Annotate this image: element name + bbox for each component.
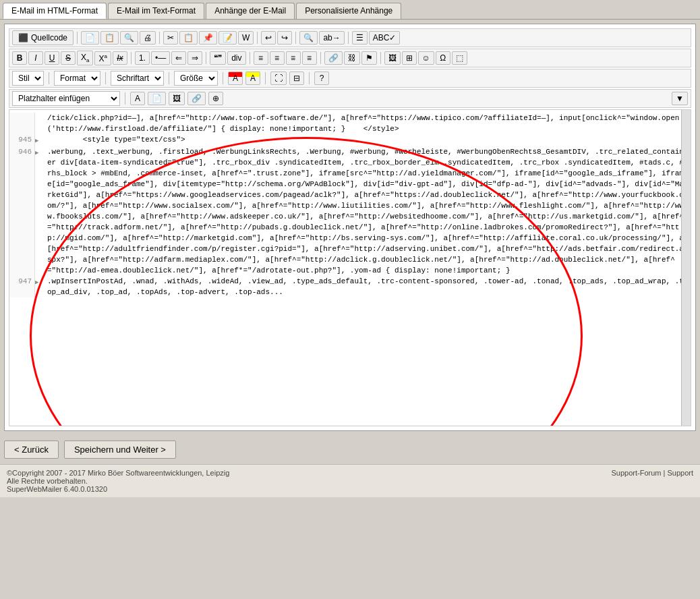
- code-line-947: 947 ▶ .wpInsertInPostAd, .wnad, .withAds…: [9, 276, 691, 297]
- subscript-btn[interactable]: Xa: [77, 51, 93, 65]
- footer-rights: Alle Rechte vorbehalten.: [7, 477, 229, 485]
- sep-12: [105, 72, 106, 84]
- paste-word-btn[interactable]: W: [238, 31, 254, 45]
- find-btn[interactable]: 🔍: [299, 31, 318, 45]
- editor-resize-btn[interactable]: ▼: [672, 92, 688, 105]
- help-btn[interactable]: ?: [314, 72, 329, 85]
- outdent-btn[interactable]: ⇐: [171, 51, 186, 65]
- placeholder-a-btn[interactable]: A: [130, 92, 145, 105]
- undo-btn[interactable]: ↩: [261, 31, 276, 45]
- tab-personal[interactable]: Personalisierte Anhänge: [296, 3, 401, 19]
- sep-7: [206, 52, 206, 64]
- code-line-intro: /tick/click.php?id=—], a[href^="http://w…: [9, 113, 691, 134]
- bg-color-btn[interactable]: A: [245, 72, 260, 85]
- line-arrow-946: ▶: [35, 146, 43, 276]
- sep-16: [309, 72, 310, 84]
- placeholder-row: Platzhalter einfügen A 📄 🖼 🔗 ⊕ ▼: [9, 89, 691, 108]
- ordered-list-btn[interactable]: 1.: [135, 51, 150, 65]
- sep-8: [250, 52, 250, 64]
- sep-14: [223, 72, 223, 84]
- tab-attachments[interactable]: Anhänge der E-Mail: [206, 3, 295, 19]
- placeholder-extra-btn[interactable]: ⊕: [208, 92, 223, 105]
- align-left-btn[interactable]: ≡: [254, 51, 268, 65]
- sep-17: [125, 92, 125, 105]
- line-num-946: 946: [9, 146, 35, 276]
- back-button[interactable]: < Zurück: [4, 440, 59, 459]
- style-select[interactable]: Stil: [12, 71, 44, 86]
- format-select[interactable]: Format: [54, 71, 100, 86]
- tabs-bar: E-Mail im HTML-Format E-Mail im Text-For…: [0, 0, 700, 20]
- strike-btn[interactable]: S: [61, 51, 76, 65]
- source-icon: ⬛: [18, 33, 28, 42]
- removeformat-btn[interactable]: Ix: [113, 51, 127, 65]
- sep-1: [77, 32, 78, 44]
- spell-btn[interactable]: ABC✓: [369, 31, 401, 45]
- link-btn[interactable]: 🔗: [324, 51, 343, 65]
- toolbar-row-2: B I U S Xa Xa Ix 1. •— ⇐ ⇒ ❝❞ div ≡ ≡ ≡ …: [9, 49, 691, 67]
- table-btn[interactable]: ⊞: [402, 51, 417, 65]
- select-all-btn[interactable]: ☰: [352, 31, 368, 45]
- footer-left: ©Copyright 2007 - 2017 Mirko Böer Softwa…: [7, 469, 229, 493]
- placeholder-doc-btn[interactable]: 📄: [148, 92, 166, 105]
- placeholder-image-btn[interactable]: 🖼: [169, 92, 185, 105]
- line-num-947: 947: [9, 276, 35, 297]
- blockquote-btn[interactable]: ❝❞: [210, 51, 226, 65]
- preview-btn[interactable]: 🔍: [120, 31, 138, 45]
- line-code-947: .wpInsertInPostAd, .wnad, .withAds, .wid…: [43, 276, 691, 297]
- support-forum-link[interactable]: Support-Forum: [612, 469, 662, 477]
- footer-links: Support-Forum | Support: [612, 469, 694, 493]
- align-center-btn[interactable]: ≡: [270, 51, 285, 65]
- line-num-blank: [9, 113, 35, 134]
- placeholder-select[interactable]: Platzhalter einfügen: [12, 91, 120, 106]
- code-line-946: 946 ▶ .werbung, .text_werbung, .firstloa…: [9, 146, 691, 276]
- italic-btn[interactable]: I: [28, 51, 43, 65]
- bold-btn[interactable]: B: [12, 51, 27, 65]
- placeholder-link-btn[interactable]: 🔗: [187, 92, 206, 105]
- paste-btn[interactable]: 📌: [199, 31, 217, 45]
- sep-4: [295, 32, 296, 44]
- source-button[interactable]: ⬛ Quellcode: [12, 30, 74, 45]
- save-next-button[interactable]: Speichern und Weiter >: [64, 440, 176, 459]
- unlink-btn[interactable]: ⛓: [344, 51, 360, 65]
- support-link[interactable]: Support: [667, 469, 693, 477]
- code-editor[interactable]: /tick/click.php?id=—], a[href^="http://w…: [9, 109, 691, 426]
- tab-html[interactable]: E-Mail im HTML-Format: [3, 3, 107, 19]
- new-doc-btn[interactable]: 📄: [81, 31, 99, 45]
- sep-10: [380, 52, 381, 64]
- sep-15: [265, 72, 266, 84]
- scrollbar[interactable]: [681, 110, 691, 426]
- sep-3: [257, 32, 258, 44]
- special-char-btn[interactable]: Ω: [436, 51, 450, 65]
- redo-btn[interactable]: ↪: [277, 31, 292, 45]
- unordered-list-btn[interactable]: •—: [151, 51, 170, 65]
- emoji-btn[interactable]: ☺: [418, 51, 434, 65]
- superscript-btn[interactable]: Xa: [94, 51, 111, 65]
- tab-text[interactable]: E-Mail im Text-Format: [108, 3, 204, 19]
- indent-btn[interactable]: ⇒: [187, 51, 202, 65]
- copy-btn[interactable]: 📋: [179, 31, 198, 45]
- image-btn[interactable]: 🖼: [384, 51, 401, 65]
- paste-text-btn[interactable]: 📝: [218, 31, 237, 45]
- code-content: /tick/click.php?id=—], a[href^="http://w…: [9, 110, 691, 300]
- iframe-btn[interactable]: ⬚: [452, 51, 467, 65]
- align-justify-btn[interactable]: ≡: [302, 51, 317, 65]
- line-arrow-947: ▶: [35, 276, 43, 297]
- creatediv-btn[interactable]: div: [227, 51, 245, 65]
- font-select[interactable]: Schriftart: [111, 71, 164, 86]
- code-line-945: 945 ▶ <style type="text/css">: [9, 134, 691, 146]
- font-color-btn[interactable]: A: [228, 72, 243, 85]
- size-select[interactable]: Größe: [174, 71, 218, 86]
- print-btn[interactable]: 🖨: [140, 31, 156, 45]
- bottom-bar: < Zurück Speichern und Weiter >: [0, 435, 700, 464]
- sep-9: [320, 52, 321, 64]
- align-right-btn[interactable]: ≡: [286, 51, 301, 65]
- fullscreen-btn[interactable]: ⛶: [270, 72, 287, 85]
- replace-btn[interactable]: ab→: [319, 31, 344, 45]
- cut-btn[interactable]: ✂: [163, 31, 178, 45]
- show-blocks-btn[interactable]: ⊟: [289, 72, 304, 85]
- anchor-btn[interactable]: ⚑: [361, 51, 377, 65]
- line-code-intro: /tick/click.php?id=—], a[href^="http://w…: [43, 113, 691, 134]
- template-btn[interactable]: 📋: [100, 31, 119, 45]
- underline-btn[interactable]: U: [45, 51, 59, 65]
- line-arrow-blank: [35, 113, 43, 134]
